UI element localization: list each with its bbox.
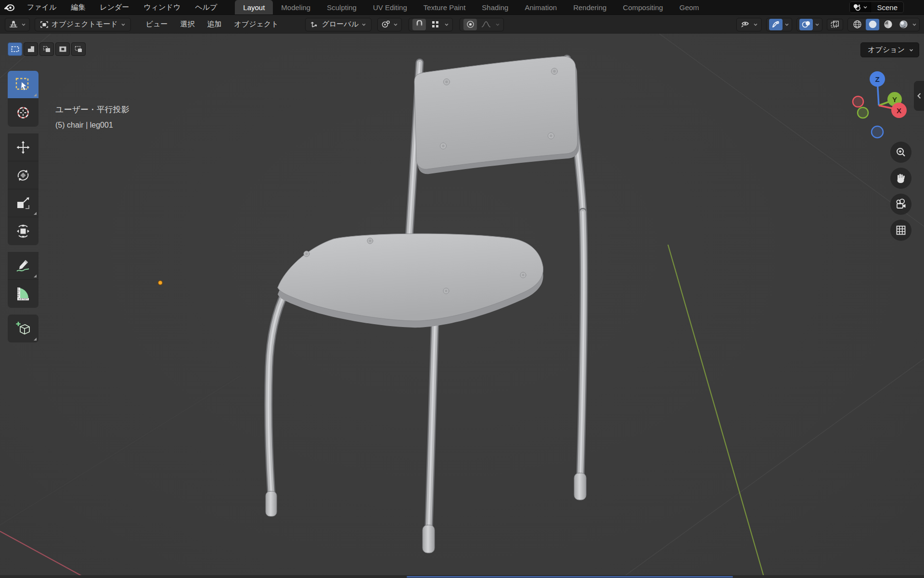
chevron-down-icon (495, 23, 500, 26)
measure-ruler-icon (15, 286, 31, 302)
tab-sculpting[interactable]: Sculpting (319, 0, 365, 14)
tool-rotate[interactable] (8, 161, 38, 189)
tab-texture-paint[interactable]: Texture Paint (415, 0, 474, 14)
gizmos-icon (771, 20, 780, 29)
tab-rendering[interactable]: Rendering (565, 0, 615, 14)
menu-window[interactable]: ウィンドウ (136, 0, 188, 14)
show-gizmos-toggle[interactable] (769, 19, 783, 30)
tab-layout[interactable]: Layout (235, 0, 273, 14)
chair-seat (278, 234, 543, 328)
editor-type-3d-viewport-icon (9, 20, 18, 29)
scene-selector-box[interactable]: Scene (849, 1, 904, 13)
mode-label: オブジェクトモード (51, 20, 118, 29)
menu-view[interactable]: ビュー (140, 15, 174, 34)
tab-geometry-nodes[interactable]: Geom (671, 0, 707, 14)
tool-add-cube[interactable] (8, 315, 38, 342)
falloff-curve-button[interactable] (479, 19, 493, 30)
tool-select-box[interactable] (8, 71, 38, 99)
snap-magnet-toggle[interactable] (412, 19, 426, 30)
pivot-point-dropdown[interactable] (377, 18, 402, 31)
chevron-down-icon (361, 23, 366, 26)
transform-orientation-dropdown[interactable]: グローバル (305, 18, 372, 31)
chair-model[interactable] (266, 56, 586, 553)
tab-compositing[interactable]: Compositing (615, 0, 671, 14)
tab-shading[interactable]: Shading (474, 0, 516, 14)
chevron-left-icon (917, 92, 922, 99)
shading-mode-group (847, 18, 920, 31)
show-overlays-toggle[interactable] (799, 19, 813, 30)
mode-dropdown[interactable]: オブジェクトモード (35, 18, 131, 31)
shading-wireframe-icon (853, 20, 862, 29)
gizmo-z-ball[interactable]: Z (870, 71, 885, 87)
object-origin-dot[interactable] (158, 281, 163, 285)
options-dropdown[interactable]: オプション (860, 42, 919, 57)
tab-uv-editing[interactable]: UV Editing (365, 0, 415, 14)
tool-scale[interactable] (8, 189, 38, 217)
menu-render[interactable]: レンダー (92, 0, 136, 14)
move-icon (15, 140, 31, 155)
scene-canvas[interactable] (0, 34, 924, 578)
tool-measure[interactable] (8, 280, 38, 308)
proportional-edit-toggle[interactable] (463, 19, 477, 30)
zoom-button[interactable] (890, 142, 911, 163)
tab-modeling[interactable]: Modeling (273, 0, 319, 14)
chevron-down-icon (815, 23, 820, 26)
shading-material-button[interactable] (881, 19, 895, 30)
menu-file[interactable]: ファイル (20, 0, 64, 14)
editor-divider-highlight[interactable] (407, 576, 733, 578)
object-mode-icon (40, 21, 49, 28)
select-mode-intersect[interactable] (71, 42, 86, 56)
transform-icon (15, 223, 31, 239)
scale-icon (15, 196, 31, 211)
sidebar-expand-tab[interactable] (914, 81, 924, 111)
select-mode-buttons (8, 42, 86, 56)
perspective-toggle-button[interactable] (890, 220, 911, 241)
menu-edit[interactable]: 編集 (64, 0, 92, 14)
tab-animation[interactable]: Animation (516, 0, 565, 14)
select-mode-invert[interactable] (55, 42, 70, 56)
menu-object[interactable]: オブジェクト (228, 15, 285, 34)
tool-shelf (8, 71, 38, 349)
tool-transform[interactable] (8, 217, 38, 245)
tool-annotate[interactable] (8, 252, 38, 280)
cursor-tool-icon (15, 105, 31, 120)
falloff-curve-icon (481, 21, 491, 28)
orientation-axes-icon (310, 21, 319, 28)
menu-help[interactable]: ヘルプ (188, 0, 224, 14)
blender-logo-icon[interactable] (4, 3, 15, 12)
options-label: オプション (868, 45, 905, 54)
scene-name[interactable]: Scene (871, 2, 903, 13)
camera-view-button[interactable] (890, 194, 911, 215)
chevron-down-icon (121, 23, 126, 26)
select-mode-new[interactable] (8, 42, 22, 56)
menu-select[interactable]: 選択 (174, 15, 201, 34)
snap-target-icon (432, 21, 439, 28)
scene-icon[interactable] (850, 2, 871, 13)
menu-add[interactable]: 追加 (201, 15, 228, 34)
editor-type-button[interactable] (5, 18, 30, 31)
blender-window: ファイル 編集 レンダー ウィンドウ ヘルプ Layout Modeling S… (0, 0, 924, 578)
gizmo-x-negative-ball[interactable] (853, 96, 863, 107)
proportional-edit-icon (466, 20, 475, 28)
snap-target-button[interactable] (428, 19, 442, 30)
orientation-label: グローバル (322, 20, 359, 29)
tool-move[interactable] (8, 133, 38, 161)
object-visibility-dropdown[interactable] (736, 18, 762, 31)
select-mode-extend[interactable] (24, 42, 38, 56)
shading-rendered-button[interactable] (897, 19, 910, 30)
xray-toggle[interactable] (827, 19, 843, 30)
shading-wireframe-button[interactable] (850, 19, 864, 30)
annotate-pencil-icon (15, 258, 31, 274)
gizmo-x-ball[interactable]: X (891, 103, 907, 118)
gizmo-y-negative-ball[interactable] (858, 107, 868, 118)
shading-rendered-icon (899, 20, 908, 29)
y-axis-line (668, 245, 764, 578)
select-mode-subtract[interactable] (39, 42, 54, 56)
tool-cursor[interactable] (8, 99, 38, 127)
navigation-gizmo[interactable]: Z Y X (852, 65, 914, 142)
viewport-3d[interactable]: オプション ユーザー・平行投影 (5) chair | leg001 (0, 34, 924, 578)
grid-ortho-icon (895, 224, 907, 236)
gizmo-z-negative-ball[interactable] (872, 126, 883, 138)
pan-button[interactable] (890, 168, 911, 189)
shading-solid-button[interactable] (866, 19, 879, 30)
